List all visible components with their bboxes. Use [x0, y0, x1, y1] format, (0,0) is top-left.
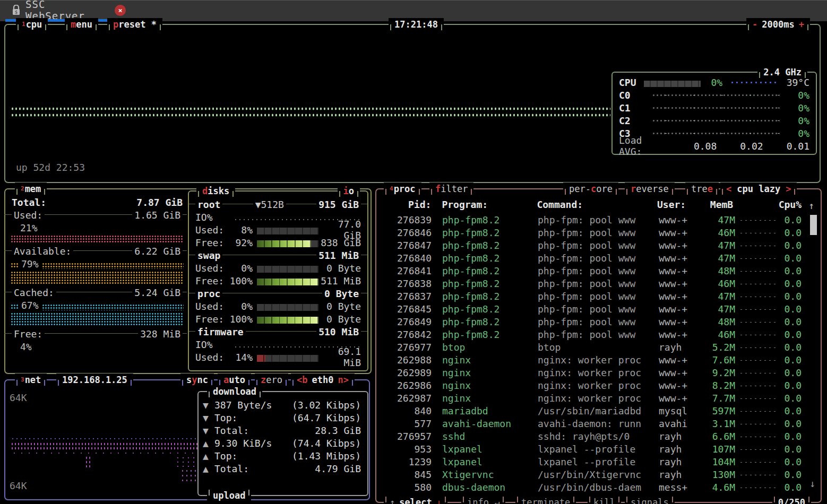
process-cpu-graph [739, 244, 777, 248]
proc-box-title[interactable]: 4proc [384, 183, 421, 195]
process-row[interactable]: 276977 btop btop rayh 5.2M 0.0 [381, 341, 802, 354]
disks-io-toggle[interactable]: io [338, 185, 360, 197]
process-user: www-+ [659, 239, 705, 252]
process-row[interactable]: 1239 lxpanel lxpanel --profile rayh 104M… [381, 456, 802, 468]
cpu-frequency: 2.4 GHz [757, 66, 807, 79]
process-pid: 1239 [381, 456, 432, 468]
scroll-more-icon[interactable]: ↓ [809, 478, 815, 489]
process-cpu: 0.0 [781, 214, 802, 227]
col-command[interactable]: Command: [537, 199, 657, 212]
mem-box-title[interactable]: 2mem [15, 183, 47, 195]
process-row[interactable]: 577 avahi-daemon avahi-daemon: runn avah… [381, 418, 802, 430]
process-program: php-fpm8.2 [432, 227, 538, 239]
process-row[interactable]: 262986 nginx nginx: worker proc www-+ 8.… [381, 379, 802, 392]
menu-button[interactable]: menu [65, 18, 98, 31]
process-cpu-graph [739, 270, 777, 273]
col-cpu[interactable]: Cpu% [779, 199, 802, 212]
core-usage-graph [652, 131, 780, 136]
process-program: dbus-daemon [432, 481, 538, 494]
sort-direction-icon[interactable]: ↑ [808, 200, 814, 211]
net-zero-toggle[interactable]: zero [255, 373, 288, 386]
process-row[interactable]: 276837 php-fpm8.2 php-fpm: pool www www-… [381, 290, 802, 303]
process-row[interactable]: 276957 sshd sshd: rayh@pts/0 rayh 6.6M 0… [381, 430, 802, 443]
process-user: www-+ [659, 379, 705, 392]
process-user: rayh [659, 468, 705, 481]
core-usage-graph [652, 106, 780, 110]
cpu-history-graph [11, 106, 610, 117]
process-row[interactable]: 262988 nginx nginx: worker proc www-+ 7.… [381, 354, 802, 367]
terminal-tab[interactable]: $ SSC WebServer × [5, 1, 126, 19]
net-box-title[interactable]: 3net [15, 373, 47, 386]
process-pid: 276838 [381, 277, 432, 290]
process-cpu-graph [739, 397, 777, 401]
process-cpu: 0.0 [781, 367, 802, 379]
process-cpu-graph [739, 448, 777, 451]
net-speed-rows: ▼ 387 Byte/s (3.02 Kibps) ▼ Top: (64.7 K… [203, 398, 361, 475]
process-program: mariadbd [432, 405, 538, 418]
process-pid: 577 [381, 418, 432, 430]
col-user[interactable]: User: [657, 199, 703, 212]
process-program: nginx [432, 379, 538, 392]
net-speed-panel: download upload ▼ 387 Byte/s (3.02 Kibps… [197, 391, 368, 496]
proc-table-header: Pid: Program: Command: User: MemB Cpu% [381, 199, 802, 212]
per-core-toggle[interactable]: per-core [563, 183, 618, 195]
process-row[interactable]: 580 dbus-daemon /usr/bin/dbus-daem mess+… [381, 481, 802, 494]
preset-button[interactable]: preset * [107, 18, 162, 31]
process-row[interactable]: 276839 php-fpm8.2 php-fpm: pool www www-… [381, 214, 802, 227]
process-row[interactable]: 262989 nginx nginx: worker proc www-+ 9.… [381, 367, 802, 379]
tree-toggle[interactable]: tree [685, 183, 719, 195]
process-row[interactable]: 840 mariadbd /usr/sbin/mariadbd mysql 59… [381, 405, 802, 418]
col-memb[interactable]: MemB [704, 199, 734, 212]
process-row[interactable]: 276840 php-fpm8.2 php-fpm: pool www www-… [381, 252, 802, 265]
process-row[interactable]: 276841 php-fpm8.2 php-fpm: pool www www-… [381, 265, 802, 277]
process-row[interactable]: 276845 php-fpm8.2 php-fpm: pool www www-… [381, 303, 802, 316]
reverse-toggle[interactable]: reverse [625, 183, 675, 195]
sort-selector[interactable]: <cpu lazy> [720, 183, 797, 195]
process-pid: 276849 [381, 316, 432, 328]
svg-text:$: $ [15, 10, 18, 15]
disks-box-title[interactable]: disks [196, 185, 235, 197]
process-user: rayh [659, 341, 705, 354]
process-row[interactable]: 276847 php-fpm8.2 php-fpm: pool www www-… [381, 239, 802, 252]
close-tab-icon[interactable]: × [115, 5, 126, 16]
process-row[interactable]: 276838 php-fpm8.2 php-fpm: pool www www-… [381, 277, 802, 290]
proc-scrollbar[interactable] [810, 215, 817, 235]
process-user: rayh [659, 443, 705, 456]
net-auto-toggle[interactable]: auto [218, 373, 251, 386]
info-button[interactable]: info↵ [461, 496, 505, 504]
net-box: 3net 192.168.1.25 sync auto zero <beth0n… [4, 379, 370, 500]
kill-button[interactable]: kill [588, 496, 621, 504]
net-sync-toggle[interactable]: sync [180, 373, 214, 386]
col-pid[interactable]: Pid: [381, 199, 431, 212]
process-pid: 276837 [381, 290, 432, 303]
update-interval-control[interactable]: -2000ms+ [746, 18, 810, 31]
select-control[interactable]: ↑select↓ [384, 496, 447, 504]
process-cpu: 0.0 [781, 239, 802, 252]
process-row[interactable]: 953 lxpanel lxpanel --profile rayh 107M … [381, 443, 802, 456]
process-row[interactable]: 276842 php-fpm8.2 php-fpm: pool www www-… [381, 328, 802, 341]
download-label: download [207, 385, 262, 398]
process-mem: 4.6M [705, 481, 735, 494]
signals-button[interactable]: signals [625, 496, 675, 504]
terminate-button[interactable]: terminate [515, 496, 576, 504]
disk-root-blocksize-select[interactable]: ▼512B [253, 199, 286, 210]
process-user: www-+ [659, 316, 705, 328]
process-mem: 7.6M [705, 354, 735, 367]
process-row[interactable]: 276849 php-fpm8.2 php-fpm: pool www www-… [381, 316, 802, 328]
process-user: www-+ [659, 328, 705, 341]
process-pid: 276846 [381, 227, 432, 239]
process-pid: 262986 [381, 379, 432, 392]
process-command: php-fpm: pool www [538, 252, 659, 265]
col-program[interactable]: Program: [431, 199, 537, 212]
process-row[interactable]: 262987 nginx nginx: worker proc www-+ 7.… [381, 392, 802, 405]
filter-button[interactable]: filter [429, 183, 473, 195]
cpu-box-title[interactable]: 1cpu [16, 18, 48, 31]
process-pid: 276847 [381, 239, 432, 252]
upload-label: upload [207, 489, 251, 502]
net-interface-switcher[interactable]: <beth0n> [291, 373, 355, 386]
mem-box: 2mem Total:7.87 GiB Used:1.65 GiB 21% Av… [4, 188, 372, 374]
process-row[interactable]: 276846 php-fpm8.2 php-fpm: pool www www-… [381, 227, 802, 239]
process-row[interactable]: 845 Xtigervnc /usr/bin/Xtigervnc rayh 13… [381, 468, 802, 481]
net-speed-row: ▼ Top: (64.7 Kibps) [203, 411, 361, 424]
process-mem: 3.1M [705, 418, 735, 430]
